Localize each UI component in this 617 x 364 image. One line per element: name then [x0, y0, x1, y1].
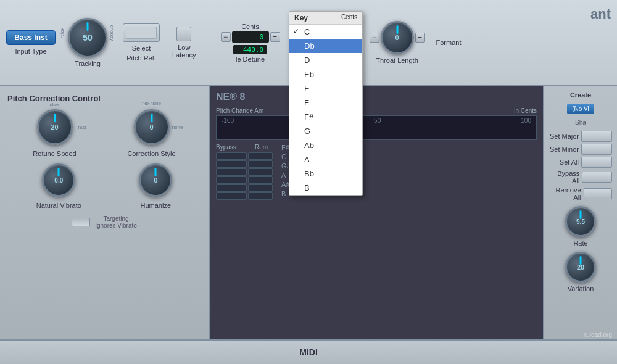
- top-knobs-row: slow fast 20 Retune Speed flex-tune none: [7, 109, 201, 157]
- key-fsharp-item[interactable]: F#: [289, 110, 362, 124]
- remove-all-label: Remove All: [549, 186, 581, 201]
- natural-vibrato-value: 0.0: [54, 177, 63, 184]
- note-toggle-1[interactable]: [216, 152, 247, 160]
- input-type-section: Bass Inst Input Type: [6, 30, 56, 55]
- throat-length-label: Throat Length: [376, 57, 418, 64]
- variation-label: Variation: [568, 285, 594, 292]
- key-d-item[interactable]: D: [289, 53, 362, 67]
- note-row-2: [216, 160, 273, 168]
- rate-knob[interactable]: 5.5: [565, 206, 596, 237]
- key-f-item[interactable]: F: [289, 96, 362, 110]
- select-pitch-label2: Pitch Ref.: [126, 54, 156, 62]
- retune-speed-knob-container: slow fast 20 Retune Speed: [33, 109, 76, 157]
- humanize-knob[interactable]: 0: [139, 163, 172, 197]
- note-remove-3[interactable]: [248, 168, 273, 176]
- low-latency-indicator[interactable]: [176, 27, 191, 41]
- humanize-knob-container: 0 Humanize: [139, 163, 172, 209]
- natural-vibrato-knob-container: 0.0 Natural Vibrato: [36, 163, 81, 209]
- note-row-4: [216, 176, 273, 184]
- set-major-row: Set Major: [549, 131, 612, 142]
- key-label: Key: [294, 14, 308, 22]
- pitch-ref-box[interactable]: [123, 23, 160, 42]
- set-all-button[interactable]: [581, 157, 612, 168]
- set-all-row: Set All: [549, 157, 612, 168]
- fast-label: fast: [78, 125, 86, 130]
- note-toggle-3[interactable]: [216, 168, 247, 176]
- scale-min: -100: [222, 117, 234, 124]
- bass-inst-button[interactable]: Bass Inst: [6, 30, 56, 45]
- variation-value: 20: [577, 263, 584, 271]
- note-toggle-6[interactable]: [216, 192, 247, 200]
- formant-section: Formant: [436, 39, 462, 46]
- variation-knob[interactable]: 20: [565, 252, 596, 283]
- humanize-value: 0: [154, 176, 157, 184]
- correction-style-value: 0: [149, 123, 153, 131]
- key-a-item[interactable]: A: [289, 152, 362, 167]
- set-minor-button[interactable]: [581, 144, 612, 155]
- tracking-knob[interactable]: 50: [68, 18, 107, 57]
- bottom-bar: MIDI: [0, 339, 617, 364]
- correction-style-knob-container: flex-tune none 0 Correction Style: [127, 109, 175, 157]
- throat-plus-button[interactable]: +: [415, 33, 425, 43]
- a-name: A: [281, 172, 286, 179]
- cents-display: 0: [232, 31, 269, 43]
- humanize-label: Humanize: [141, 202, 172, 209]
- correction-style-knob[interactable]: 0: [134, 109, 170, 145]
- right-panel: Create (No Vi Sha Set Major Set Minor Se…: [543, 86, 617, 339]
- key-eb-item[interactable]: Eb: [289, 67, 362, 81]
- set-major-button[interactable]: [581, 131, 612, 142]
- pitch-ref-inner: [126, 27, 157, 39]
- notes-table-left: Bypass Rem: [216, 144, 273, 201]
- note-remove-6[interactable]: [248, 192, 273, 200]
- note-row-3: [216, 168, 273, 176]
- key-dropdown: Key Cents C Db D Eb E F F# G Ab A Bb B: [289, 11, 363, 196]
- key-ab-item[interactable]: Ab: [289, 138, 362, 152]
- choosy-label: choosy: [109, 25, 115, 41]
- main-container: Bass Inst Input Type relax choosy 50 Tra…: [0, 0, 617, 364]
- no-vibrato-button[interactable]: (No Vi: [567, 104, 594, 114]
- variation-knob-container: 20 Variation: [565, 252, 596, 292]
- cents-plus-button[interactable]: +: [270, 32, 280, 42]
- note-row-5: [216, 184, 273, 192]
- retune-speed-knob[interactable]: 20: [37, 109, 73, 145]
- key-b-item[interactable]: B: [289, 181, 362, 195]
- tracking-value: 50: [83, 33, 93, 43]
- note-remove-4[interactable]: [248, 176, 273, 184]
- bypass-all-label: Bypass All: [549, 170, 579, 184]
- throat-length-knob[interactable]: 0: [381, 21, 414, 54]
- key-bb-item[interactable]: Bb: [289, 167, 362, 181]
- rate-knob-container: 5.5 Rate: [565, 206, 596, 247]
- targeting-toggle[interactable]: [72, 218, 90, 226]
- pitch-correction-title: Pitch Correction Control: [7, 94, 201, 103]
- natural-vibrato-knob[interactable]: 0.0: [42, 163, 75, 197]
- b-name: B: [281, 190, 286, 197]
- fsharp-name: F#: [281, 144, 289, 151]
- correction-style-label: Correction Style: [127, 150, 175, 157]
- note-toggle-2[interactable]: [216, 160, 247, 168]
- remove-all-row: Remove All: [549, 186, 612, 201]
- remove-all-button[interactable]: [584, 188, 612, 199]
- cents-minus-button[interactable]: −: [221, 32, 231, 42]
- note-toggle-4[interactable]: [216, 176, 247, 184]
- tracking-label: Tracking: [75, 60, 101, 67]
- detuning-display: 440.0: [233, 45, 267, 54]
- retune-speed-label: Retune Speed: [33, 150, 76, 157]
- note-remove-2[interactable]: [248, 160, 273, 168]
- set-minor-label: Set Minor: [550, 146, 579, 153]
- cents-col-header: Cents: [341, 14, 357, 20]
- shape-label: Sha: [575, 119, 586, 126]
- throat-minus-button[interactable]: −: [370, 33, 379, 43]
- ignores-vibrato-label: Ignores Vibrato: [95, 222, 137, 229]
- note-remove-5[interactable]: [248, 184, 273, 192]
- middle-panel: NE® 8 Pitch Change Am in Cents -100 50 1…: [210, 86, 543, 339]
- key-e-item[interactable]: E: [289, 81, 362, 96]
- key-db-item[interactable]: Db: [289, 39, 362, 53]
- g-name: G: [281, 153, 287, 160]
- key-g-item[interactable]: G: [289, 124, 362, 138]
- note-remove-1[interactable]: [248, 152, 273, 160]
- targeting-label: Targeting: [95, 215, 137, 222]
- midi-label: MIDI: [299, 347, 318, 357]
- note-toggle-5[interactable]: [216, 184, 247, 192]
- bypass-all-button[interactable]: [582, 172, 612, 183]
- key-c-item[interactable]: C: [289, 25, 362, 39]
